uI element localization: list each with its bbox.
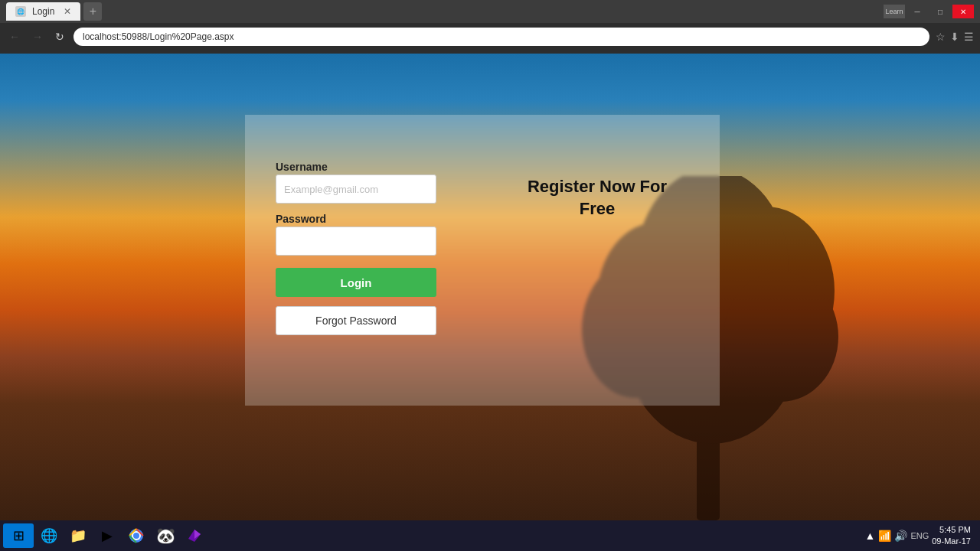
svg-point-6 [724,272,838,402]
visual-studio-icon[interactable] [181,523,208,548]
learn-btn[interactable]: Learn [884,5,905,18]
title-bar: 🌐 Login ✕ + Learn ─ □ ✕ [0,0,980,23]
maximize-btn[interactable]: □ [929,5,951,18]
clock-time: 5:45 PM [932,524,971,536]
password-input[interactable] [276,227,436,256]
download-icon[interactable]: ⬇ [950,31,959,43]
show-hidden-icon[interactable]: ▲ [865,530,876,542]
back-btn[interactable]: ← [6,29,23,44]
login-button[interactable]: Login [276,268,436,297]
svg-point-13 [133,533,139,539]
browser-tab[interactable]: 🌐 Login ✕ [6,2,80,21]
address-bar: ← → ↻ ☆ ⬇ ☰ [0,23,980,51]
file-explorer-icon[interactable]: 📁 [64,523,92,548]
taskbar: ⊞ 🌐 📁 ▶ 🐼 ▲ 📶 🔊 ENG 5:45 PM 09-Mar-17 [0,520,980,551]
input-method-icon: ENG [910,531,929,540]
register-text: Register Now For Free [528,176,667,220]
tab-title: Login [32,6,54,17]
tab-close-btn[interactable]: ✕ [64,6,71,17]
username-label: Username [276,161,444,173]
window-controls: Learn ─ □ ✕ [884,5,974,18]
page-background: Username Password Login Forgot Password … [0,54,980,520]
tab-favicon: 🌐 [15,6,26,17]
refresh-btn[interactable]: ↻ [52,29,67,44]
forgot-password-button[interactable]: Forgot Password [276,306,436,335]
taskbar-right: ▲ 📶 🔊 ENG 5:45 PM 09-Mar-17 [865,524,977,548]
minimize-btn[interactable]: ─ [906,5,928,18]
address-icons: ☆ ⬇ ☰ [936,31,974,43]
system-tray-icons: ▲ 📶 🔊 ENG [865,530,929,542]
login-form: Username Password Login Forgot Password [245,115,475,406]
password-label: Password [276,213,444,225]
register-section: Register Now For Free [475,115,720,406]
menu-icon[interactable]: ☰ [964,31,974,43]
panda-icon[interactable]: 🐼 [152,523,179,548]
username-input[interactable] [276,174,436,204]
start-button[interactable]: ⊞ [3,523,34,548]
login-panel: Username Password Login Forgot Password … [245,115,720,406]
bookmark-star-icon[interactable]: ☆ [936,31,946,43]
url-input[interactable] [74,28,929,46]
chrome-icon[interactable] [122,523,150,548]
browser-chrome: 🌐 Login ✕ + Learn ─ □ ✕ ← → ↻ ☆ ⬇ ☰ [0,0,980,54]
system-clock[interactable]: 5:45 PM 09-Mar-17 [932,524,971,548]
new-tab-btn[interactable]: + [83,2,102,21]
clock-date: 09-Mar-17 [932,536,971,547]
network-icon[interactable]: 📶 [878,530,891,542]
forward-btn[interactable]: → [29,29,46,44]
media-player-icon[interactable]: ▶ [93,523,121,548]
close-btn[interactable]: ✕ [952,5,974,18]
speaker-icon[interactable]: 🔊 [894,530,907,542]
ie-icon[interactable]: 🌐 [35,523,63,548]
